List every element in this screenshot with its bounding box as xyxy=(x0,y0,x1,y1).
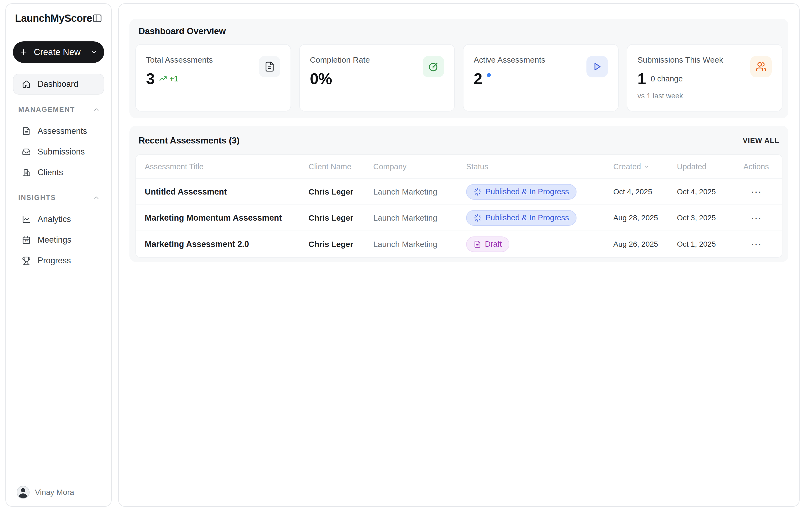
col-header-actions: Actions xyxy=(730,155,782,178)
avatar xyxy=(17,486,30,499)
chevron-down-icon xyxy=(90,48,98,56)
sidebar-item-label: Analytics xyxy=(38,215,71,224)
stat-delta-value: +1 xyxy=(170,75,178,83)
table-header-row: Assessment Title Client Name Company Sta… xyxy=(136,155,782,179)
sidebar-item-label: Submissions xyxy=(38,147,85,157)
company-name: Launch Marketing xyxy=(373,214,466,223)
view-all-button[interactable]: VIEW ALL xyxy=(743,137,779,145)
sidebar: LaunchMyScore Create New xyxy=(5,3,112,507)
user-name: Vinay Mora xyxy=(35,488,74,497)
user-menu[interactable]: Vinay Mora xyxy=(17,486,74,499)
sidebar-item-label: Progress xyxy=(38,256,71,265)
sidebar-item-submissions[interactable]: Submissions xyxy=(6,141,111,162)
main-panel: Dashboard Overview Total Assessments 3 + xyxy=(118,3,800,507)
row-actions-button[interactable]: ⋯ xyxy=(747,211,766,225)
sidebar-item-label: Meetings xyxy=(38,235,71,245)
stat-delta: +1 xyxy=(159,75,178,83)
assessment-title: Marketing Assessment 2.0 xyxy=(136,239,308,249)
created-date: Aug 28, 2025 xyxy=(613,214,677,222)
sidebar-section-insights[interactable]: INSIGHTS xyxy=(18,194,100,202)
sidebar-item-meetings[interactable]: 12 Meetings xyxy=(6,229,111,250)
table-row[interactable]: Untitled Assessment Chris Leger Launch M… xyxy=(136,179,782,205)
recent-assessments-section: Recent Assessments (3) VIEW ALL Assessme… xyxy=(129,126,788,262)
svg-text:12: 12 xyxy=(25,240,28,243)
row-actions-button[interactable]: ⋯ xyxy=(747,185,766,199)
goal-icon xyxy=(423,56,444,77)
create-new-button[interactable]: Create New xyxy=(13,41,104,63)
stat-value: 0% xyxy=(310,71,332,87)
assessments-table: Assessment Title Client Name Company Sta… xyxy=(136,154,782,258)
created-date: Oct 4, 2025 xyxy=(613,188,677,196)
stat-card-active-assessments: Active Assessments 2 xyxy=(463,44,619,112)
management-items: Assessments Submissions Clients xyxy=(6,121,111,183)
recent-title: Recent Assessments (3) xyxy=(139,136,240,146)
stat-card-submissions-week: Submissions This Week 1 0 change vs 1 la… xyxy=(627,44,782,112)
sidebar-item-assessments[interactable]: Assessments xyxy=(6,121,111,141)
assessment-title: Marketing Momentum Assessment xyxy=(136,213,308,223)
company-name: Launch Marketing xyxy=(373,240,466,249)
sidebar-item-dashboard[interactable]: Dashboard xyxy=(13,74,104,94)
plus-icon xyxy=(19,48,28,56)
panel-left-icon xyxy=(92,13,102,23)
stat-value: 3 xyxy=(146,71,154,87)
section-label: INSIGHTS xyxy=(18,194,56,202)
trophy-icon xyxy=(22,256,31,265)
overview-title: Dashboard Overview xyxy=(139,26,782,36)
stat-card-total-assessments: Total Assessments 3 +1 xyxy=(136,44,291,112)
col-header-company: Company xyxy=(373,162,466,171)
stat-value: 1 xyxy=(637,71,646,87)
status-badge: Published & In Progress xyxy=(466,184,576,200)
loader-icon xyxy=(474,214,482,222)
client-name: Chris Leger xyxy=(308,214,373,223)
col-header-title: Assessment Title xyxy=(136,162,308,171)
loader-icon xyxy=(474,188,482,196)
stat-cards: Total Assessments 3 +1 xyxy=(136,44,782,112)
sidebar-collapse-button[interactable] xyxy=(92,12,102,24)
company-name: Launch Marketing xyxy=(373,187,466,196)
col-header-updated: Updated xyxy=(677,162,730,171)
app-root: LaunchMyScore Create New xyxy=(0,0,812,510)
sort-chevron-down-icon xyxy=(644,164,650,170)
status-badge: Published & In Progress xyxy=(466,210,576,226)
stat-value: 2 xyxy=(474,71,482,87)
line-chart-icon xyxy=(22,215,31,224)
document-icon xyxy=(259,56,280,77)
row-actions-button[interactable]: ⋯ xyxy=(747,237,766,251)
sidebar-item-progress[interactable]: Progress xyxy=(6,250,111,271)
brand-title: LaunchMyScore xyxy=(15,12,92,24)
section-label: MANAGEMENT xyxy=(18,105,75,114)
status-badge: Draft xyxy=(466,236,509,252)
calendar-icon: 12 xyxy=(22,236,31,244)
trending-up-icon xyxy=(159,75,167,83)
create-new-label: Create New xyxy=(34,47,81,57)
sidebar-header: LaunchMyScore xyxy=(6,4,111,33)
sidebar-item-label: Dashboard xyxy=(38,79,79,89)
home-icon xyxy=(22,80,31,88)
stat-card-completion-rate: Completion Rate 0% xyxy=(299,44,455,112)
users-icon xyxy=(750,56,772,77)
client-name: Chris Leger xyxy=(308,240,373,249)
stat-change: 0 change xyxy=(651,75,683,83)
updated-date: Oct 1, 2025 xyxy=(677,240,730,249)
col-header-created[interactable]: Created xyxy=(613,162,677,171)
col-header-client: Client Name xyxy=(308,162,373,171)
insights-items: Analytics 12 Meetings xyxy=(6,209,111,271)
updated-date: Oct 3, 2025 xyxy=(677,214,730,222)
sidebar-section-management[interactable]: MANAGEMENT xyxy=(18,105,100,114)
stat-comparison: vs 1 last week xyxy=(637,92,772,100)
assessment-title: Untitled Assessment xyxy=(136,187,308,197)
file-text-icon xyxy=(22,127,31,136)
chevron-up-icon xyxy=(93,106,100,113)
active-indicator-dot xyxy=(487,73,491,77)
sidebar-item-label: Clients xyxy=(38,168,63,177)
building-icon xyxy=(22,168,31,177)
play-icon xyxy=(587,56,608,77)
sidebar-item-clients[interactable]: Clients xyxy=(6,162,111,183)
chevron-up-icon xyxy=(93,194,100,201)
updated-date: Oct 4, 2025 xyxy=(677,188,730,196)
sidebar-item-analytics[interactable]: Analytics xyxy=(6,209,111,229)
table-row[interactable]: Marketing Momentum Assessment Chris Lege… xyxy=(136,205,782,231)
inbox-icon xyxy=(22,147,31,156)
table-row[interactable]: Marketing Assessment 2.0 Chris Leger Lau… xyxy=(136,231,782,257)
sidebar-item-label: Assessments xyxy=(38,126,87,136)
